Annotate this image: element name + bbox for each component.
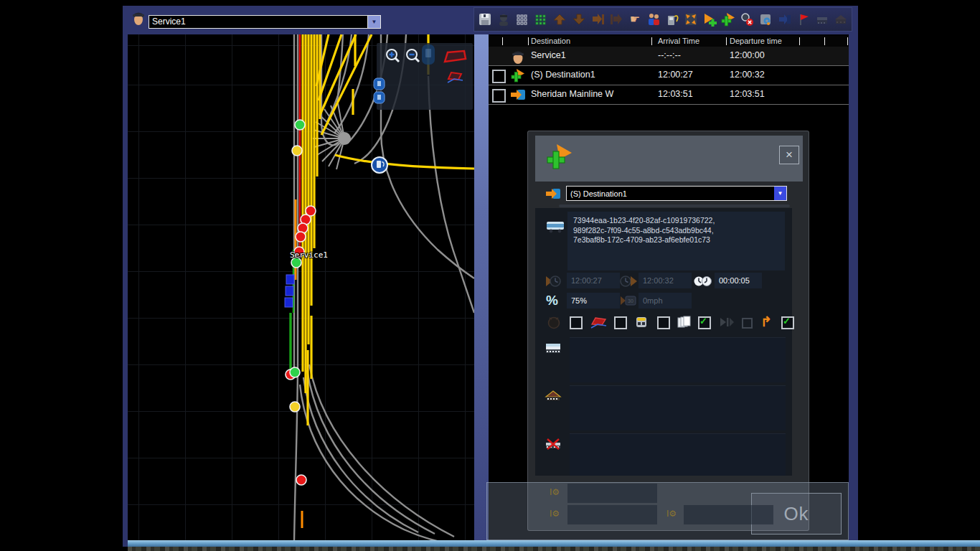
app-window: Service1 ▼ ☛ (0, 0, 980, 551)
covered-platform-list[interactable] (570, 385, 786, 430)
consist-id-line: 989f282c-7f09-4c55-a8bd-c543adb9bc44, (573, 226, 779, 236)
fuel-pump-button[interactable] (664, 11, 681, 28)
map-tools-panel (377, 43, 473, 110)
no-stop-platform-icon (545, 438, 562, 453)
consist-id-line: 7e3baf8b-172c-4709-ab23-af6ebfe01c73 (573, 235, 779, 245)
train-label: Service1 (290, 250, 328, 260)
option-checkbox-checked[interactable]: ✓ (698, 316, 711, 329)
row-checkbox[interactable] (492, 89, 506, 103)
row-arrival: 12:03:51 (658, 89, 693, 99)
add-destination-icon (510, 67, 526, 83)
performance-field[interactable]: 75% (567, 293, 620, 309)
timetable-header: Destination Arrival Time Departure time (489, 36, 849, 47)
chevron-down-icon[interactable]: ▼ (367, 16, 380, 28)
bottom-accent-strip (128, 540, 980, 547)
skip-stop-icon (719, 316, 735, 331)
flag-button[interactable] (795, 11, 812, 28)
option-checkbox[interactable] (570, 316, 583, 329)
platform-icon (545, 342, 562, 357)
stop-duration-field[interactable]: 00:00:05 (715, 273, 762, 288)
driver-icon (510, 48, 526, 64)
row-departure: 12:00:00 (730, 50, 765, 60)
remove-search-button[interactable] (738, 11, 755, 28)
covered-platform-icon (545, 390, 562, 405)
save-button[interactable] (476, 11, 494, 28)
move-down-button[interactable] (570, 11, 588, 28)
consist-id-line: 73944eaa-1b23-4f20-82af-c10919736722, (573, 216, 779, 226)
track-diagram (128, 34, 474, 540)
fuel-point-icon (372, 157, 387, 173)
add-service-button[interactable] (701, 11, 718, 28)
signal-red (296, 475, 306, 485)
speed-limit-icon: 30 (620, 294, 637, 310)
hand-pointer-button[interactable]: ☛ (626, 11, 644, 28)
move-up-button[interactable] (551, 11, 568, 28)
fuel-pair-icon[interactable] (373, 77, 386, 108)
option-checkbox-checked[interactable]: ✓ (781, 316, 794, 329)
row-checkbox[interactable] (492, 70, 506, 83)
route-map[interactable]: Service1 (128, 34, 474, 540)
dialog-header: × (535, 136, 803, 182)
destination-dropdown-value: (S) Destination1 (567, 189, 774, 198)
papers-stack-icon (677, 315, 692, 332)
engine-shed-button[interactable] (832, 11, 849, 28)
option-checkbox[interactable] (657, 316, 670, 329)
driver-icon (131, 9, 146, 27)
passengers-button[interactable] (645, 11, 662, 28)
text-settings-icon: I⚙ (666, 509, 677, 519)
row-departure: 12:03:51 (730, 89, 765, 99)
consist-ids-field[interactable]: 73944eaa-1b23-4f20-82af-c10919736722, 98… (567, 212, 785, 270)
arrival-clock-icon (545, 274, 562, 291)
name-field-2[interactable] (567, 505, 657, 524)
service-dropdown[interactable]: Service1 ▼ (149, 15, 381, 29)
speed-limit-field[interactable]: 0mph (639, 293, 692, 309)
add-destination-icon (545, 143, 574, 174)
add-destination-button[interactable] (720, 11, 737, 28)
row-destination: (S) Destination1 (531, 70, 595, 80)
name-field-1[interactable] (567, 484, 657, 503)
driver-view-button[interactable] (495, 11, 512, 28)
departure-time-field[interactable]: 12:00:32 (639, 273, 692, 288)
portal-in-button[interactable] (776, 11, 793, 28)
alarm-clock-icon (547, 315, 561, 332)
stop-properties-dialog: × (S) Destination1 ▼ 73944eaa-1b23-4f20-… (527, 131, 809, 531)
portal-icon (545, 187, 561, 204)
consist-region-small-icon[interactable] (446, 70, 466, 88)
destination-dropdown[interactable]: (S) Destination1 ▼ (566, 186, 787, 201)
scatter-arrows-button[interactable] (682, 11, 699, 28)
row-arrival: 12:00:27 (658, 70, 693, 80)
check-icon: ✓ (699, 316, 707, 326)
row-arrival: --:--:-- (658, 50, 681, 60)
grid-dots-white-button[interactable] (514, 11, 531, 28)
table-row[interactable]: Sheridan Mainline W 12:03:51 12:03:51 (489, 85, 849, 104)
no-stop-list[interactable] (570, 433, 786, 476)
zoom-in-icon[interactable] (384, 47, 402, 68)
row-destination: Service1 (531, 50, 566, 60)
fuel-tool-icon[interactable] (420, 43, 437, 69)
vertical-divider (474, 34, 489, 540)
platform-button[interactable] (814, 11, 831, 28)
row-destination: Sheridan Mainline W (531, 89, 613, 99)
move-bar-right-button[interactable] (608, 11, 625, 28)
check-icon: ✓ (783, 316, 791, 326)
signal-green (295, 120, 305, 130)
arrival-time-field[interactable]: 12:00:27 (567, 273, 620, 288)
col-destination: Destination (531, 37, 570, 45)
table-row[interactable]: Service1 --:--:-- 12:00:00 (489, 47, 849, 65)
move-right-bar-button[interactable] (589, 11, 606, 28)
svg-text:30: 30 (628, 298, 633, 303)
platform-list[interactable] (570, 337, 786, 382)
duration-clocks-icon (693, 274, 713, 291)
name-field-3[interactable] (684, 505, 773, 524)
chevron-down-icon[interactable]: ▼ (774, 187, 786, 200)
grid-dots-green-button[interactable] (532, 11, 550, 28)
option-checkbox[interactable] (614, 316, 627, 329)
signal-red (296, 232, 306, 242)
signal-green (290, 367, 300, 377)
table-row[interactable]: (S) Destination1 12:00:27 12:00:32 (489, 66, 849, 85)
close-icon[interactable]: × (779, 146, 799, 164)
consist-region-icon[interactable] (443, 49, 467, 67)
option-checkbox-disabled[interactable] (742, 318, 753, 329)
settings-box-button[interactable] (757, 11, 774, 28)
consist-marker (285, 275, 294, 307)
